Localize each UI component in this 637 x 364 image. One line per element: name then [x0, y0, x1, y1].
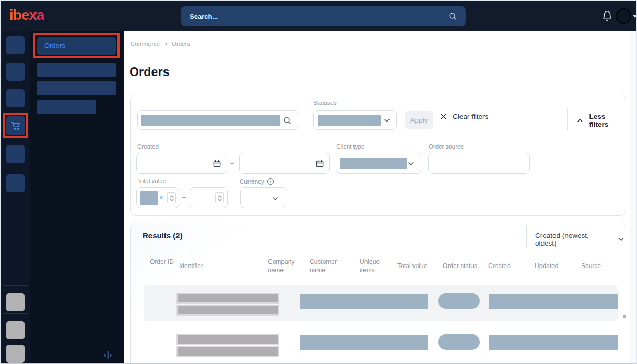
- value-range-separator: –: [182, 193, 186, 201]
- breadcrumb-orders: Orders: [172, 41, 190, 47]
- results-title: Results (2): [143, 231, 183, 240]
- redacted-identifier-line2: [176, 346, 279, 357]
- redacted-dates-cell: [489, 335, 618, 350]
- redacted-customer-cell: [300, 335, 428, 350]
- total-value-label: Total value: [137, 178, 166, 184]
- breadcrumb-commerce[interactable]: Commerce: [131, 41, 160, 47]
- nav-icon-placeholder-4[interactable]: [6, 145, 25, 163]
- ibexa-logo[interactable]: ibexa: [9, 7, 44, 23]
- order-source-input[interactable]: [428, 153, 530, 174]
- search-placeholder: Search...: [190, 13, 448, 20]
- created-from-date-input[interactable]: [136, 153, 227, 174]
- chevron-down-icon: [617, 235, 626, 244]
- commerce-nav-item[interactable]: [6, 116, 25, 135]
- chevron-up-icon: [576, 116, 584, 125]
- currency-label: Currency: [240, 178, 274, 185]
- sort-label: Created (newest, oldest): [535, 232, 609, 247]
- column-header-order-id: Order ID: [150, 258, 174, 266]
- currency-label-text: Currency: [240, 178, 264, 185]
- nav-icon-placeholder-2[interactable]: [6, 63, 25, 81]
- redacted-identifier-line2: [176, 305, 279, 316]
- scrollbar-track[interactable]: [630, 31, 637, 364]
- redacted-identifier-line1: [176, 334, 279, 345]
- less-filters-label: Less filters: [589, 113, 626, 128]
- order-status-badge: [438, 334, 480, 350]
- menu-item-orders[interactable]: Orders: [37, 37, 116, 55]
- close-icon: [440, 113, 447, 120]
- order-status-badge: [438, 293, 480, 309]
- main-icon-rail: [1, 31, 30, 364]
- redacted-statuses-value: [318, 115, 381, 126]
- user-avatar[interactable]: [616, 8, 631, 24]
- sort-select[interactable]: Created (newest, oldest): [535, 232, 626, 247]
- menu-item-placeholder-3[interactable]: [37, 100, 96, 114]
- column-header-updated: Updated: [535, 262, 558, 270]
- rail-divider: [3, 285, 28, 286]
- nav-icon-placeholder-muted-2[interactable]: [6, 321, 25, 339]
- number-stepper[interactable]: [215, 192, 224, 203]
- chevron-down-icon: [271, 195, 279, 203]
- column-header-identifier: Identifier: [179, 262, 203, 270]
- number-stepper[interactable]: [167, 192, 176, 203]
- menu-item-placeholder-1[interactable]: [37, 63, 116, 77]
- statuses-select[interactable]: [313, 110, 397, 130]
- filters-panel: Statuses Apply Clear filters Less filter…: [130, 95, 626, 216]
- global-search-input[interactable]: Search...: [181, 6, 466, 26]
- order-row-1[interactable]: [144, 285, 618, 321]
- nav-icon-placeholder-muted-3[interactable]: [6, 345, 25, 363]
- apply-button[interactable]: Apply: [405, 111, 433, 129]
- notifications-bell-icon[interactable]: [601, 10, 613, 22]
- client-type-label: Client type: [336, 143, 364, 150]
- nav-icon-placeholder-5[interactable]: [6, 174, 25, 192]
- order-source-label: Order source: [429, 143, 464, 150]
- column-header-customer-name: Customer name: [310, 258, 347, 274]
- nav-icon-placeholder-1[interactable]: [6, 36, 25, 54]
- secondary-menu: Orders ‹|›: [30, 31, 124, 364]
- date-range-separator: –: [230, 159, 234, 167]
- app-window: ibexa Search... Orders ‹|›: [0, 0, 637, 364]
- breadcrumb-separator: >: [164, 41, 168, 47]
- search-icon: [282, 116, 292, 125]
- redacted-customer-cell: [300, 294, 428, 309]
- redacted-identifier-line1: [176, 293, 279, 304]
- stepper-arrows-icon: [217, 195, 222, 202]
- redacted-min-value: [140, 191, 158, 205]
- topbar: ibexa Search...: [1, 1, 636, 31]
- redacted-dates-cell: [489, 294, 618, 309]
- less-filters-toggle[interactable]: Less filters: [576, 113, 626, 128]
- calendar-icon: [315, 159, 324, 168]
- total-value-max-input[interactable]: [190, 187, 228, 208]
- filter-search-input[interactable]: [137, 110, 298, 130]
- filter-divider: [567, 108, 568, 131]
- sidebar-collapse-toggle-icon[interactable]: ‹|›: [104, 350, 112, 359]
- redacted-client-type-value: [340, 158, 407, 169]
- nav-icon-placeholder-muted-1[interactable]: [6, 293, 25, 311]
- results-panel: Results (2) Created (newest, oldest) Ord…: [130, 223, 626, 364]
- clear-filters-button[interactable]: Clear filters: [440, 113, 488, 120]
- clear-filters-label: Clear filters: [453, 113, 488, 120]
- column-header-total-value: Total value: [397, 262, 427, 270]
- menu-item-placeholder-2[interactable]: [37, 81, 116, 95]
- redacted-search-value: [141, 115, 280, 126]
- stepper-arrows-icon: [169, 195, 174, 202]
- created-to-date-input[interactable]: [239, 153, 330, 174]
- main-content: Commerce > Orders Orders Statuses Apply …: [124, 31, 630, 364]
- currency-select[interactable]: [240, 187, 286, 208]
- column-header-created: Created: [488, 262, 511, 270]
- column-header-order-status: Order status: [443, 262, 477, 270]
- info-icon[interactable]: [267, 178, 274, 185]
- client-type-select[interactable]: [336, 153, 421, 174]
- page-title: Orders: [129, 65, 170, 79]
- rail-divider: [3, 313, 28, 314]
- order-row-2[interactable]: [144, 326, 618, 362]
- calendar-icon: [213, 159, 221, 168]
- created-label: Created: [137, 143, 159, 150]
- user-menu-caret-icon[interactable]: [633, 15, 637, 18]
- nav-icon-placeholder-3[interactable]: [6, 89, 25, 107]
- clear-value-icon[interactable]: ×: [159, 193, 163, 201]
- filter-divider: [306, 109, 306, 130]
- search-icon: [448, 11, 457, 21]
- breadcrumb: Commerce > Orders: [131, 41, 190, 47]
- chevron-down-icon: [407, 160, 415, 168]
- total-value-min-input[interactable]: ×: [136, 187, 179, 208]
